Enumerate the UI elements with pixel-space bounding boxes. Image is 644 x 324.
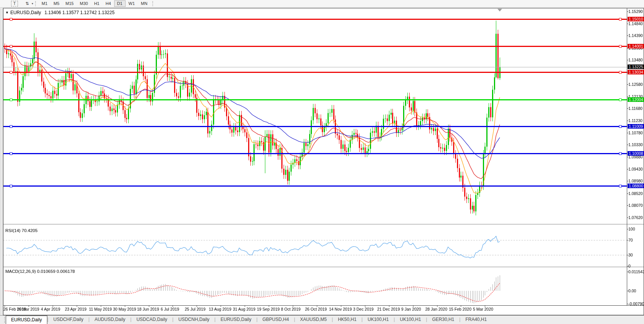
chart-symbol-label: EURUSD,Daily: [10, 10, 41, 15]
chart-tab-gbpusd-h4[interactable]: GBPUSD,H4: [258, 316, 294, 324]
timeframe-button-m30[interactable]: M30: [77, 0, 91, 7]
chart-tab-usdchf-daily[interactable]: USDCHF,Daily: [48, 316, 89, 324]
chart-header: ▼EURUSD,Daily1.13406 1.13577 1.12742 1.1…: [5, 10, 115, 15]
top-toolbar: T ⇅ ▾ M1M5M15M30H1H4D1W1MN: [0, 0, 644, 8]
timeframe-button-d1[interactable]: D1: [114, 0, 126, 7]
timeframe-button-h1[interactable]: H1: [91, 0, 102, 7]
window-splitter[interactable]: [0, 8, 3, 315]
chart-tab-usdcnh-daily[interactable]: USDCNH,Daily: [173, 316, 214, 324]
macd-indicator-label: MACD(12,26,9) 0.010659 0.006178: [5, 269, 75, 274]
chart-tab-audusd-daily[interactable]: AUDUSD,Daily: [90, 316, 131, 324]
timeframe-button-m15[interactable]: M15: [63, 0, 77, 7]
timeframe-button-mn[interactable]: MN: [138, 0, 150, 7]
chart-window: 1.152901.148401.143901.139301.134801.130…: [3, 8, 644, 315]
timeframe-button-h4[interactable]: H4: [102, 0, 114, 7]
chart-tab-bar: EURUSD,Daily|USDCHF,Daily|AUDUSD,Daily|U…: [0, 315, 644, 324]
chart-tab-ger30-h1[interactable]: GER30,H1: [427, 316, 459, 324]
arrows-tool-icon[interactable]: ⇅: [24, 1, 30, 6]
chart-tab-eurusd-daily[interactable]: EURUSD,Daily: [216, 316, 257, 324]
chart-tab-uk100-h1[interactable]: UK100,H1: [395, 316, 426, 324]
timeframe-button-w1[interactable]: W1: [126, 0, 138, 7]
chart-tab-fra40-h1[interactable]: FRA40,H1: [460, 316, 492, 324]
chart-tab-uk100-h1[interactable]: UK100,H1: [363, 316, 394, 324]
chart-tab-xauusd-m5[interactable]: XAUUSD,M5: [295, 316, 332, 324]
toolbar-grip: [35, 1, 36, 6]
tabbar-grip: [1, 317, 5, 323]
chart-tab-eurusd-daily[interactable]: EURUSD,Daily: [6, 316, 47, 324]
timeframe-button-m5[interactable]: M5: [50, 0, 62, 7]
chart-canvas[interactable]: [3, 8, 644, 315]
chart-tab-usdcad-daily[interactable]: USDCAD,Daily: [131, 316, 172, 324]
mt4-application: { "toolbar": { "tools": [ {"name": "text…: [0, 0, 644, 324]
text-tool-icon[interactable]: T: [11, 1, 18, 6]
rsi-indicator-label: RSI(14) 70.4205: [5, 228, 37, 233]
timeframe-button-m1[interactable]: M1: [39, 0, 50, 7]
toolbar-grip-2: [152, 1, 153, 6]
chart-ohlc-values: 1.13406 1.13577 1.12742 1.13225: [45, 10, 115, 15]
chart-dropdown-icon[interactable]: ▼: [5, 11, 9, 15]
tool-dropdown-icon[interactable]: ▾: [32, 2, 33, 5]
chart-tab-hk50-h1[interactable]: HK50,H1: [333, 316, 362, 324]
